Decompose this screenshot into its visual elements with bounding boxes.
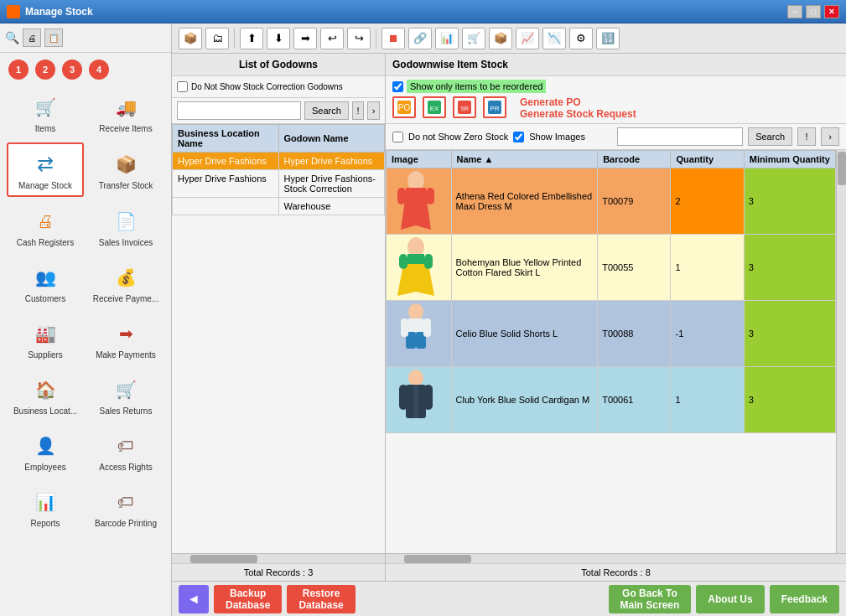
right-panel-title: Godownwise Item Stock: [386, 54, 846, 76]
toolbar-btn-14[interactable]: 📉: [542, 28, 566, 49]
app-icon: [7, 5, 20, 18]
left-panel-search-btn[interactable]: Search: [304, 101, 349, 120]
right-next-btn[interactable]: ›: [821, 127, 839, 146]
sidebar-item-business-location[interactable]: 🏠 Business Locat...: [7, 369, 84, 422]
stock-quantity-cell: 1: [671, 367, 744, 433]
godown-row[interactable]: Hyper Drive Fashions Hyper Drive Fashion…: [173, 153, 385, 170]
restore-btn[interactable]: RestoreDatabase: [287, 585, 355, 613]
toolbar-btn-7[interactable]: ↪: [347, 28, 371, 49]
about-us-btn[interactable]: About Us: [696, 585, 764, 613]
maximize-btn[interactable]: □: [806, 5, 821, 18]
sidebar-item-cash-registers[interactable]: 🖨 Cash Registers: [7, 200, 84, 253]
feedback-btn[interactable]: Feedback: [770, 585, 839, 613]
zero-stock-checkbox[interactable]: [392, 132, 403, 142]
sidebar-item-make-payments[interactable]: ➡ Make Payments: [87, 313, 164, 365]
godown-row[interactable]: Warehouse: [173, 198, 385, 215]
toolbar-btn-2[interactable]: 🗂: [205, 28, 229, 49]
generate-stock-btn[interactable]: SR: [453, 96, 476, 118]
sidebar-icon-2[interactable]: 📋: [44, 28, 63, 47]
stock-barcode-cell: T00055: [598, 235, 671, 301]
godown-business-cell: Hyper Drive Fashions: [173, 170, 279, 198]
manage-stock-label: Manage Stock: [18, 181, 72, 190]
sidebar-item-sales-invoices[interactable]: 📄 Sales Invoices: [87, 200, 164, 253]
stock-minqty-cell: 3: [744, 367, 835, 433]
business-location-icon: 🏠: [30, 375, 60, 405]
godown-name-cell: Hyper Drive Fashions: [278, 153, 385, 170]
transfer-stock-label: Transfer Stock: [99, 181, 153, 190]
generate-export-btn[interactable]: EX: [423, 96, 446, 118]
toolbar-btn-10[interactable]: 📊: [435, 28, 459, 49]
generate-print-btn[interactable]: PR: [483, 96, 506, 118]
stock-image-cell: [387, 168, 452, 235]
toolbar-btn-3[interactable]: ⬆: [240, 28, 263, 49]
go-back-main-btn[interactable]: Go Back ToMain Screen: [609, 585, 692, 613]
backup-btn[interactable]: BackupDatabase: [214, 585, 282, 613]
right-vscrollbar[interactable]: [836, 150, 846, 553]
col-minqty-header: Minimum Quantity: [744, 151, 835, 168]
reports-icon: 📊: [30, 487, 60, 517]
sidebar-item-manage-stock[interactable]: ⇄ Manage Stock: [7, 142, 84, 197]
godown-name-cell: Hyper Drive Fashions-Stock Correction: [278, 170, 385, 198]
stock-row[interactable]: Club York Blue Solid Cardigan MT0006113: [387, 367, 836, 433]
toolbar-btn-5[interactable]: ➡: [293, 28, 317, 49]
toolbar-btn-12[interactable]: 📦: [489, 28, 512, 49]
close-btn[interactable]: ✕: [824, 5, 839, 18]
reorder-checkbox[interactable]: [392, 81, 403, 92]
sidebar-item-transfer-stock[interactable]: 📦 Transfer Stock: [87, 142, 164, 197]
stock-name-cell: Bohemyan Blue Yellow Printed Cotton Flar…: [451, 235, 598, 301]
toolbar-btn-4[interactable]: ⬇: [267, 28, 290, 49]
step-3[interactable]: 3: [62, 60, 82, 80]
stock-image-cell: [387, 235, 452, 301]
sidebar-item-customers[interactable]: 👥 Customers: [7, 256, 84, 309]
left-panel-hscrollbar[interactable]: [172, 553, 385, 563]
sidebar-item-employees[interactable]: 👤 Employees: [7, 425, 84, 478]
left-hscroll-thumb: [190, 555, 257, 563]
toolbar-btn-16[interactable]: 🔢: [596, 28, 620, 49]
right-panel-hscrollbar[interactable]: [386, 553, 846, 563]
svg-rect-26: [399, 385, 407, 410]
right-search-btn[interactable]: Search: [748, 127, 792, 146]
sidebar-item-items[interactable]: 🛒 Items: [7, 86, 84, 139]
toolbar-btn-15[interactable]: ⚙: [569, 28, 593, 49]
top-toolbar: 📦 🗂 ⬆ ⬇ ➡ ↩ ↪ ⏹ 🔗 📊 🛒 📦 📈 📉 ⚙ 🔢: [172, 23, 846, 54]
step-4[interactable]: 4: [89, 60, 109, 80]
sidebar-item-receive-payments[interactable]: 💰 Receive Payme...: [87, 256, 164, 309]
toolbar-btn-9[interactable]: 🔗: [408, 28, 432, 49]
sidebar-item-barcode-printing[interactable]: 🏷 Barcode Printing: [87, 481, 164, 534]
right-exclaim-btn[interactable]: !: [797, 127, 816, 146]
left-panel-next-btn[interactable]: ›: [367, 101, 380, 120]
sidebar-item-access-rights[interactable]: 🏷 Access Rights: [87, 425, 164, 478]
minimize-btn[interactable]: ─: [787, 5, 802, 18]
receive-payments-label: Receive Payme...: [93, 294, 158, 303]
sidebar-item-reports[interactable]: 📊 Reports: [7, 481, 84, 534]
toolbar-btn-1[interactable]: 📦: [179, 28, 202, 49]
left-panel-exclaim-btn[interactable]: !: [352, 101, 365, 120]
left-panel-search-input[interactable]: [177, 101, 301, 120]
stock-row[interactable]: Athena Red Colored Embellished Maxi Dres…: [387, 168, 836, 235]
svg-text:SR: SR: [460, 106, 469, 111]
generate-po-btn[interactable]: PO: [392, 96, 416, 118]
toolbar-btn-8[interactable]: ⏹: [381, 28, 405, 49]
step-1[interactable]: 1: [8, 60, 29, 80]
show-images-checkbox[interactable]: [513, 132, 524, 142]
receive-payments-icon: 💰: [111, 262, 141, 292]
toolbar-btn-11[interactable]: 🛒: [462, 28, 485, 49]
stock-correction-checkbox[interactable]: [177, 81, 188, 92]
annotations: Generate PO Generate Stock Request: [520, 96, 636, 120]
godown-row[interactable]: Hyper Drive Fashions Hyper Drive Fashion…: [173, 170, 385, 198]
stock-correction-label: Do Not Show Stock Correction Godowns: [191, 82, 343, 91]
sidebar-icon-1[interactable]: 🖨: [23, 28, 41, 47]
step-2[interactable]: 2: [35, 60, 55, 80]
col-name-header: Name ▲: [451, 151, 598, 168]
access-rights-label: Access Rights: [99, 463, 152, 472]
sidebar-item-receive-items[interactable]: 🚚 Receive Items: [87, 86, 164, 139]
back-nav-btn[interactable]: ◄: [179, 585, 209, 613]
toolbar-btn-13[interactable]: 📈: [516, 28, 539, 49]
sidebar-item-sales-returns[interactable]: 🛒 Sales Returns: [87, 369, 164, 422]
sidebar-item-suppliers[interactable]: 🏭 Suppliers: [7, 313, 84, 365]
right-vscroll-thumb: [838, 152, 846, 185]
stock-row[interactable]: Celio Blue Solid Shorts LT00088-13: [387, 301, 836, 367]
stock-row[interactable]: Bohemyan Blue Yellow Printed Cotton Flar…: [387, 235, 836, 301]
toolbar-btn-6[interactable]: ↩: [320, 28, 344, 49]
right-search-input[interactable]: [617, 127, 743, 146]
